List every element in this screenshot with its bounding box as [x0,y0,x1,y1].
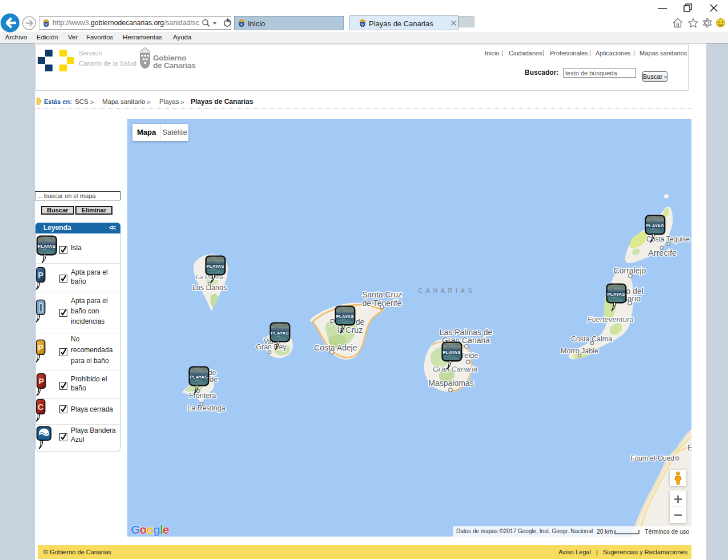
svg-text:P: P [38,343,43,352]
svg-text:La Restinga: La Restinga [187,404,226,412]
svg-text:Costa Adeje: Costa Adeje [314,343,357,352]
svg-text:la Cruz: la Cruz [337,325,363,335]
svg-text:Gran Rey: Gran Rey [256,343,287,351]
svg-text:C: C [38,402,43,412]
svg-text:P: P [38,377,44,386]
svg-text:Arrecife: Arrecife [648,248,677,257]
svg-text:Telde: Telde [460,351,478,360]
svg-text:El A: El A [687,442,691,452]
svg-text:Frontera: Frontera [189,392,216,400]
svg-text:Maspalomas: Maspalomas [428,378,473,388]
svg-text:Gran Canaria: Gran Canaria [433,365,477,373]
svg-text:Foum el-Oued: Foum el-Oued [630,454,674,462]
svg-text:Santa Cruz: Santa Cruz [362,290,402,299]
svg-text:CANARIAS: CANARIAS [418,287,475,294]
svg-text:Fuerteventura: Fuerteventura [588,315,634,324]
